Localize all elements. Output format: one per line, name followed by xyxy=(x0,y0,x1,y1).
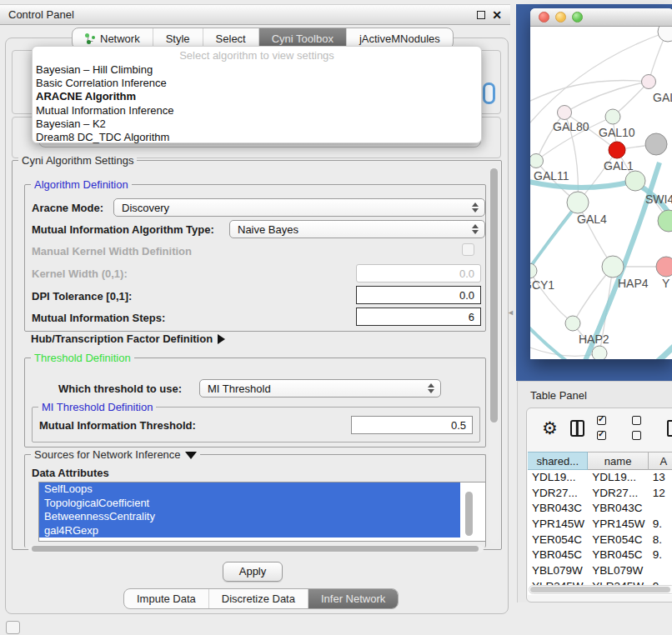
split-columns-icon[interactable] xyxy=(570,420,584,437)
minimize-traffic-light-icon[interactable] xyxy=(555,12,566,22)
dropdown-item[interactable]: Bayesian – K2 xyxy=(33,118,481,131)
network-node-hap2[interactable] xyxy=(565,316,580,331)
table-row[interactable]: YDR27...YDR27...12 xyxy=(528,486,672,502)
table-row[interactable]: YDL19...YDL19...13 xyxy=(528,470,672,486)
control-panel-titlebar: Control Panel ✕ xyxy=(0,4,510,25)
export-table-icon[interactable] xyxy=(667,420,672,437)
close-icon[interactable]: ✕ xyxy=(492,11,502,19)
mi-threshold-definition-title: MI Threshold Definition xyxy=(38,401,156,413)
table-row[interactable]: YIL052CYIL052C9 xyxy=(528,595,672,596)
tab-impute-data[interactable]: Impute Data xyxy=(124,589,209,608)
kernel-width-label: Kernel Width (0,1): xyxy=(32,268,128,280)
network-canvas[interactable]: GALGAL80GAL10GAL1GAL11SWI4GAL4GCY1HAP4YH… xyxy=(530,27,672,359)
mi-type-select[interactable]: Naive Bayes xyxy=(229,220,485,238)
mi-threshold-input[interactable]: 0.5 xyxy=(351,416,473,434)
dropdown-item[interactable]: Basic Correlation Inference xyxy=(33,77,481,90)
manual-kernel-checkbox[interactable] xyxy=(462,243,474,256)
aracne-mode-select[interactable]: Discovery xyxy=(113,198,485,217)
table-row[interactable]: YBL079WYBL079W xyxy=(528,563,672,579)
network-graph[interactable]: GALGAL80GAL10GAL1GAL11SWI4GAL4GCY1HAP4YH… xyxy=(530,27,672,359)
network-node-bottom-node[interactable] xyxy=(592,346,607,359)
attributes-hscrollbar[interactable] xyxy=(28,545,484,552)
network-node-gal4[interactable] xyxy=(567,192,589,213)
mi-steps-label: Mutual Information Steps: xyxy=(32,312,165,324)
settings-scrollbar-thumb[interactable] xyxy=(490,168,498,422)
network-node-gal80[interactable] xyxy=(558,106,572,120)
network-node-gal11[interactable] xyxy=(530,154,544,168)
node-table: shared...nameA YDL19...YDL19...13YDR27..… xyxy=(528,452,672,595)
dropdown-item[interactable]: Bayesian – Hill Climbing xyxy=(33,63,481,77)
close-traffic-light-icon[interactable] xyxy=(539,12,549,22)
sources-group: Sources for Network Inference Data Attri… xyxy=(24,454,486,548)
threshold-definition-title: Threshold Definition xyxy=(31,352,134,364)
network-edge[interactable] xyxy=(625,342,672,359)
node-label-gal1: GAL1 xyxy=(604,159,634,172)
which-threshold-select[interactable]: MI Threshold xyxy=(199,379,441,398)
network-node-hap4[interactable] xyxy=(602,256,624,278)
control-panel-title: Control Panel xyxy=(8,8,74,21)
aracne-mode-value: Discovery xyxy=(122,202,169,214)
network-window-titlebar[interactable] xyxy=(530,8,672,27)
collapsed-arrow-icon xyxy=(218,334,225,344)
data-attributes-label: Data Attributes xyxy=(32,467,109,479)
table-row[interactable]: YBR045CYBR045C9. xyxy=(528,548,672,563)
tab-discretize-data[interactable]: Discretize Data xyxy=(209,589,308,608)
network-node-gal-clipped[interactable] xyxy=(642,75,656,89)
mi-type-label: Mutual Information Algorithm Type: xyxy=(32,223,214,236)
float-panel-icon[interactable] xyxy=(477,11,485,19)
dropdown-item[interactable]: ARACNE Algorithm xyxy=(33,90,481,103)
network-node-y-clipped[interactable] xyxy=(656,257,672,277)
table-row[interactable]: YBR043CYBR043C xyxy=(528,501,672,517)
dpi-tolerance-label: DPI Tolerance [0,1]: xyxy=(32,290,132,302)
table-row[interactable]: YPR145WYPR145W9. xyxy=(528,517,672,532)
network-node-green-right[interactable] xyxy=(658,210,672,232)
node-label-gal-clipped: GAL xyxy=(653,91,672,104)
apply-button[interactable]: Apply xyxy=(223,562,283,582)
dpi-tolerance-input[interactable]: 0.0 xyxy=(356,286,481,304)
dropdown-item[interactable]: Dream8 DC_TDC Algorithm xyxy=(33,131,481,144)
mi-steps-input[interactable]: 6 xyxy=(356,308,481,326)
deselect-all-icon[interactable] xyxy=(632,413,654,443)
select-all-icon[interactable] xyxy=(597,413,619,443)
network-edge[interactable] xyxy=(530,204,578,283)
aracne-mode-label: Aracne Mode: xyxy=(32,202,103,214)
settings-group-title: Cyni Algorithm Settings xyxy=(18,154,137,167)
network-node-partial-top[interactable] xyxy=(658,27,672,42)
network-node-gal10[interactable] xyxy=(605,109,620,124)
sources-title: Sources for Network Inference xyxy=(31,448,200,461)
settings-scrollbar[interactable] xyxy=(489,166,499,542)
dropdown-item[interactable]: Mutual Information Inference xyxy=(33,104,481,118)
attribute-list-item[interactable]: BetweennessCentrality xyxy=(39,510,460,524)
table-row[interactable]: YER054CYER054C8. xyxy=(528,532,672,548)
node-table-container: ⚙ shared...nameA YDL19...YDL19...13YDR27… xyxy=(526,408,672,602)
table-hscrollbar[interactable] xyxy=(529,585,672,594)
gear-icon[interactable]: ⚙ xyxy=(542,420,558,437)
table-toolbar: ⚙ xyxy=(527,408,672,448)
attribute-list-item[interactable]: gal4RGexp xyxy=(39,524,460,538)
attributes-scrollbar-thumb[interactable] xyxy=(465,492,473,536)
network-node-swi4[interactable] xyxy=(625,171,645,191)
tab-infer-network[interactable]: Infer Network xyxy=(308,589,398,608)
network-node-gal1[interactable] xyxy=(609,142,625,158)
hub-definition-toggle[interactable]: Hub/Transcription Factor Definition xyxy=(31,332,225,345)
panel-resize-grip[interactable]: ◄ xyxy=(507,308,514,317)
data-attributes-list[interactable]: SelfLoopsTopologicalCoefficientBetweenne… xyxy=(38,482,486,542)
minimized-panel-icon[interactable] xyxy=(6,621,20,634)
node-label-gal4: GAL4 xyxy=(577,212,607,226)
table-panel: Table Panel ⚙ shared...nameA YDL19...YDL… xyxy=(517,381,672,602)
column-header-1[interactable]: shared... xyxy=(528,452,588,470)
attribute-list-item[interactable]: SelfLoops xyxy=(39,482,460,497)
network-edge[interactable] xyxy=(564,82,649,112)
column-header-3[interactable]: A xyxy=(649,452,672,470)
column-header-2[interactable]: name xyxy=(588,452,648,470)
network-node-gcy1[interactable] xyxy=(530,263,537,278)
network-node-gray-node[interactable] xyxy=(645,133,667,155)
table-panel-title: Table Panel xyxy=(530,389,587,402)
which-threshold-value: MI Threshold xyxy=(208,382,271,395)
kernel-width-input[interactable]: 0.0 xyxy=(356,264,481,282)
cyni-algorithm-settings-group: Cyni Algorithm Settings Algorithm Defini… xyxy=(12,160,502,550)
zoom-traffic-light-icon[interactable] xyxy=(572,12,583,22)
attribute-list-item[interactable]: TopologicalCoefficient xyxy=(39,497,460,511)
node-label-swi4: SWI4 xyxy=(645,192,672,206)
algorithm-definition-group: Algorithm Definition Aracne Mode: Discov… xyxy=(24,184,486,332)
